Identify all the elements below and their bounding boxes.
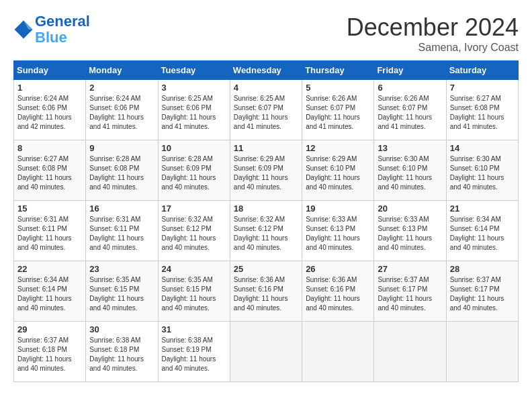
column-header-sunday: Sunday — [14, 61, 86, 80]
calendar-cell: 17 Sunrise: 6:32 AMSunset: 6:12 PMDaylig… — [158, 201, 230, 261]
day-number: 22 — [17, 264, 82, 274]
day-info: Sunrise: 6:37 AMSunset: 6:18 PMDaylight:… — [17, 336, 82, 373]
calendar-cell: 6 Sunrise: 6:26 AMSunset: 6:07 PMDayligh… — [374, 80, 446, 140]
calendar-cell: 2 Sunrise: 6:24 AMSunset: 6:06 PMDayligh… — [86, 80, 158, 140]
calendar-cell: 20 Sunrise: 6:33 AMSunset: 6:13 PMDaylig… — [374, 201, 446, 261]
logo: General Blue — [13, 13, 90, 46]
calendar-cell: 4 Sunrise: 6:25 AMSunset: 6:07 PMDayligh… — [230, 80, 302, 140]
calendar-cell: 18 Sunrise: 6:32 AMSunset: 6:12 PMDaylig… — [230, 201, 302, 261]
calendar-cell: 9 Sunrise: 6:28 AMSunset: 6:08 PMDayligh… — [86, 140, 158, 201]
calendar-cell: 5 Sunrise: 6:26 AMSunset: 6:07 PMDayligh… — [302, 80, 374, 140]
calendar-week-3: 15 Sunrise: 6:31 AMSunset: 6:11 PMDaylig… — [14, 201, 519, 261]
calendar-cell: 28 Sunrise: 6:37 AMSunset: 6:17 PMDaylig… — [446, 261, 518, 322]
day-number: 7 — [450, 83, 515, 93]
calendar-cell: 22 Sunrise: 6:34 AMSunset: 6:14 PMDaylig… — [14, 261, 86, 322]
calendar-cell: 24 Sunrise: 6:35 AMSunset: 6:15 PMDaylig… — [158, 261, 230, 322]
column-header-wednesday: Wednesday — [230, 61, 302, 80]
day-number: 23 — [89, 264, 154, 274]
logo-text: General Blue — [35, 13, 90, 46]
column-header-saturday: Saturday — [446, 61, 518, 80]
calendar-cell: 11 Sunrise: 6:29 AMSunset: 6:09 PMDaylig… — [230, 140, 302, 201]
calendar-cell: 14 Sunrise: 6:30 AMSunset: 6:10 PMDaylig… — [446, 140, 518, 201]
calendar-cell: 12 Sunrise: 6:29 AMSunset: 6:10 PMDaylig… — [302, 140, 374, 201]
day-info: Sunrise: 6:35 AMSunset: 6:15 PMDaylight:… — [89, 275, 154, 313]
day-number: 24 — [162, 264, 226, 274]
day-number: 13 — [378, 143, 442, 153]
calendar-cell: 1 Sunrise: 6:24 AMSunset: 6:06 PMDayligh… — [14, 80, 86, 140]
page-header: General Blue December 2024 Samena, Ivory… — [13, 13, 519, 54]
day-info: Sunrise: 6:31 AMSunset: 6:11 PMDaylight:… — [17, 215, 82, 253]
calendar-cell — [374, 322, 446, 382]
day-info: Sunrise: 6:27 AMSunset: 6:08 PMDaylight:… — [17, 154, 82, 192]
day-number: 30 — [89, 324, 154, 334]
day-info: Sunrise: 6:34 AMSunset: 6:14 PMDaylight:… — [450, 215, 515, 253]
day-info: Sunrise: 6:38 AMSunset: 6:19 PMDaylight:… — [162, 336, 226, 373]
calendar-cell: 16 Sunrise: 6:31 AMSunset: 6:11 PMDaylig… — [86, 201, 158, 261]
calendar-cell: 8 Sunrise: 6:27 AMSunset: 6:08 PMDayligh… — [14, 140, 86, 201]
column-header-thursday: Thursday — [302, 61, 374, 80]
calendar-cell — [302, 322, 374, 382]
calendar-cell: 10 Sunrise: 6:28 AMSunset: 6:09 PMDaylig… — [158, 140, 230, 201]
day-number: 5 — [306, 83, 370, 93]
calendar-cell: 26 Sunrise: 6:36 AMSunset: 6:16 PMDaylig… — [302, 261, 374, 322]
day-info: Sunrise: 6:29 AMSunset: 6:10 PMDaylight:… — [306, 154, 370, 192]
column-header-tuesday: Tuesday — [158, 61, 230, 80]
day-info: Sunrise: 6:26 AMSunset: 6:07 PMDaylight:… — [306, 94, 370, 132]
calendar-body: 1 Sunrise: 6:24 AMSunset: 6:06 PMDayligh… — [14, 80, 519, 382]
calendar-cell: 3 Sunrise: 6:25 AMSunset: 6:06 PMDayligh… — [158, 80, 230, 140]
day-number: 10 — [162, 143, 226, 153]
day-number: 9 — [89, 143, 154, 153]
day-number: 26 — [306, 264, 370, 274]
day-info: Sunrise: 6:36 AMSunset: 6:16 PMDaylight:… — [306, 275, 370, 313]
day-info: Sunrise: 6:30 AMSunset: 6:10 PMDaylight:… — [450, 154, 515, 192]
day-number: 2 — [89, 83, 154, 93]
calendar-week-1: 1 Sunrise: 6:24 AMSunset: 6:06 PMDayligh… — [14, 80, 519, 140]
column-header-monday: Monday — [86, 61, 158, 80]
day-info: Sunrise: 6:27 AMSunset: 6:08 PMDaylight:… — [450, 94, 515, 132]
column-header-friday: Friday — [374, 61, 446, 80]
calendar-week-4: 22 Sunrise: 6:34 AMSunset: 6:14 PMDaylig… — [14, 261, 519, 322]
day-number: 15 — [17, 203, 82, 214]
month-title: December 2024 — [347, 13, 519, 42]
day-info: Sunrise: 6:28 AMSunset: 6:09 PMDaylight:… — [162, 154, 226, 192]
calendar-cell — [446, 322, 518, 382]
calendar-cell: 30 Sunrise: 6:38 AMSunset: 6:18 PMDaylig… — [86, 322, 158, 382]
day-number: 12 — [306, 143, 370, 153]
day-number: 25 — [234, 264, 298, 274]
calendar-cell — [230, 322, 302, 382]
day-info: Sunrise: 6:36 AMSunset: 6:16 PMDaylight:… — [234, 275, 298, 313]
day-number: 18 — [234, 203, 298, 214]
logo-icon — [13, 19, 34, 40]
calendar-cell: 23 Sunrise: 6:35 AMSunset: 6:15 PMDaylig… — [86, 261, 158, 322]
day-info: Sunrise: 6:33 AMSunset: 6:13 PMDaylight:… — [306, 215, 370, 253]
day-info: Sunrise: 6:37 AMSunset: 6:17 PMDaylight:… — [450, 275, 515, 313]
day-number: 8 — [17, 143, 82, 153]
day-number: 14 — [450, 143, 515, 153]
day-info: Sunrise: 6:32 AMSunset: 6:12 PMDaylight:… — [234, 215, 298, 253]
title-block: December 2024 Samena, Ivory Coast — [347, 13, 519, 54]
day-number: 28 — [450, 264, 515, 274]
calendar-cell: 27 Sunrise: 6:37 AMSunset: 6:17 PMDaylig… — [374, 261, 446, 322]
calendar-week-2: 8 Sunrise: 6:27 AMSunset: 6:08 PMDayligh… — [14, 140, 519, 201]
day-info: Sunrise: 6:28 AMSunset: 6:08 PMDaylight:… — [89, 154, 154, 192]
day-number: 20 — [378, 203, 442, 214]
day-number: 6 — [378, 83, 442, 93]
day-info: Sunrise: 6:38 AMSunset: 6:18 PMDaylight:… — [89, 336, 154, 373]
day-info: Sunrise: 6:29 AMSunset: 6:09 PMDaylight:… — [234, 154, 298, 192]
calendar-cell: 29 Sunrise: 6:37 AMSunset: 6:18 PMDaylig… — [14, 322, 86, 382]
day-number: 4 — [234, 83, 298, 93]
day-info: Sunrise: 6:25 AMSunset: 6:07 PMDaylight:… — [234, 94, 298, 132]
day-number: 17 — [162, 203, 226, 214]
day-number: 11 — [234, 143, 298, 153]
day-number: 31 — [162, 324, 226, 334]
calendar-cell: 31 Sunrise: 6:38 AMSunset: 6:19 PMDaylig… — [158, 322, 230, 382]
day-number: 21 — [450, 203, 515, 214]
day-number: 1 — [17, 83, 82, 93]
calendar-cell: 25 Sunrise: 6:36 AMSunset: 6:16 PMDaylig… — [230, 261, 302, 322]
calendar-cell: 13 Sunrise: 6:30 AMSunset: 6:10 PMDaylig… — [374, 140, 446, 201]
day-number: 27 — [378, 264, 442, 274]
day-info: Sunrise: 6:31 AMSunset: 6:11 PMDaylight:… — [89, 215, 154, 253]
day-number: 16 — [89, 203, 154, 214]
calendar-table: SundayMondayTuesdayWednesdayThursdayFrid… — [13, 60, 519, 382]
day-info: Sunrise: 6:37 AMSunset: 6:17 PMDaylight:… — [378, 275, 442, 313]
